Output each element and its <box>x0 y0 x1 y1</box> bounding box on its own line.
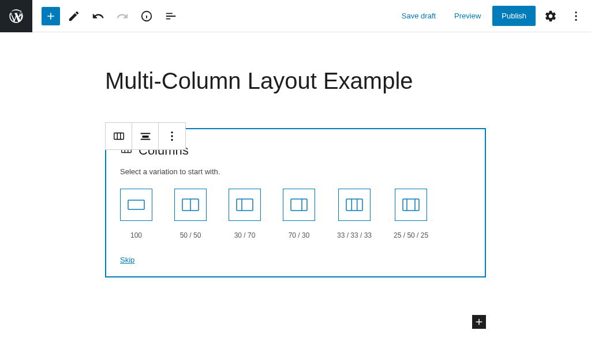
editor-canvas: Multi-Column Layout Example Columns Sele… <box>36 32 555 277</box>
svg-rect-25 <box>346 199 362 211</box>
svg-point-5 <box>575 18 577 20</box>
svg-rect-21 <box>237 199 253 211</box>
variation-icon-30-70 <box>229 189 261 221</box>
redo-button[interactable] <box>112 6 133 27</box>
variation-icon-33-33-33 <box>338 189 371 221</box>
variation-icon-25-50-25 <box>395 189 427 221</box>
variation-label: 25 / 50 / 25 <box>394 231 428 239</box>
edit-mode-icon[interactable] <box>63 6 84 27</box>
undo-button[interactable] <box>88 6 109 27</box>
variation-label: 33 / 33 / 33 <box>337 231 372 239</box>
skip-link[interactable]: Skip <box>120 256 134 264</box>
editor-toolbar: Save draft Preview Publish <box>0 0 591 32</box>
variation-label: 30 / 70 <box>234 231 256 239</box>
variation-icon-50-50 <box>174 189 207 221</box>
svg-rect-10 <box>142 136 148 138</box>
column-variations: 100 50 / 50 30 / 70 70 / 30 <box>120 189 471 239</box>
variation-100[interactable]: 100 <box>120 189 152 239</box>
publish-button[interactable]: Publish <box>492 6 536 26</box>
list-view-button[interactable] <box>160 6 181 27</box>
post-title[interactable]: Multi-Column Layout Example <box>36 67 555 95</box>
variation-icon-100 <box>120 189 152 221</box>
toolbar-right-group: Save draft Preview Publish <box>395 6 586 27</box>
block-more-options-button[interactable] <box>159 123 185 149</box>
variation-label: 50 / 50 <box>180 231 201 239</box>
svg-point-3 <box>575 11 577 13</box>
variation-30-70[interactable]: 30 / 70 <box>229 189 261 239</box>
svg-point-12 <box>171 132 173 133</box>
svg-rect-9 <box>140 133 150 134</box>
variation-25-50-25[interactable]: 25 / 50 / 25 <box>394 189 428 239</box>
variation-label: 100 <box>130 231 142 239</box>
align-button[interactable] <box>132 123 159 149</box>
wordpress-logo[interactable] <box>0 0 32 32</box>
info-button[interactable] <box>136 6 157 27</box>
settings-button[interactable] <box>540 6 561 27</box>
columns-block-placeholder: Columns Select a variation to start with… <box>105 128 486 277</box>
save-draft-button[interactable]: Save draft <box>395 7 443 25</box>
block-toolbar <box>105 122 186 150</box>
svg-rect-23 <box>291 199 307 211</box>
more-options-button[interactable] <box>566 6 586 27</box>
columns-instruction: Select a variation to start with. <box>120 167 471 176</box>
svg-rect-6 <box>114 133 124 140</box>
svg-rect-18 <box>128 200 144 209</box>
preview-button[interactable]: Preview <box>447 7 488 25</box>
svg-point-13 <box>171 135 173 137</box>
variation-label: 70 / 30 <box>289 231 310 239</box>
variation-70-30[interactable]: 70 / 30 <box>283 189 315 239</box>
svg-point-4 <box>575 15 577 17</box>
block-appender-button[interactable] <box>472 315 486 329</box>
variation-icon-70-30 <box>283 189 315 221</box>
svg-rect-11 <box>140 139 150 140</box>
toolbar-left-group <box>32 6 181 27</box>
add-block-button[interactable] <box>42 7 60 25</box>
svg-point-14 <box>171 139 173 141</box>
block-type-button[interactable] <box>106 123 132 149</box>
variation-33-33-33[interactable]: 33 / 33 / 33 <box>337 189 372 239</box>
svg-rect-28 <box>403 199 419 211</box>
variation-50-50[interactable]: 50 / 50 <box>174 189 207 239</box>
